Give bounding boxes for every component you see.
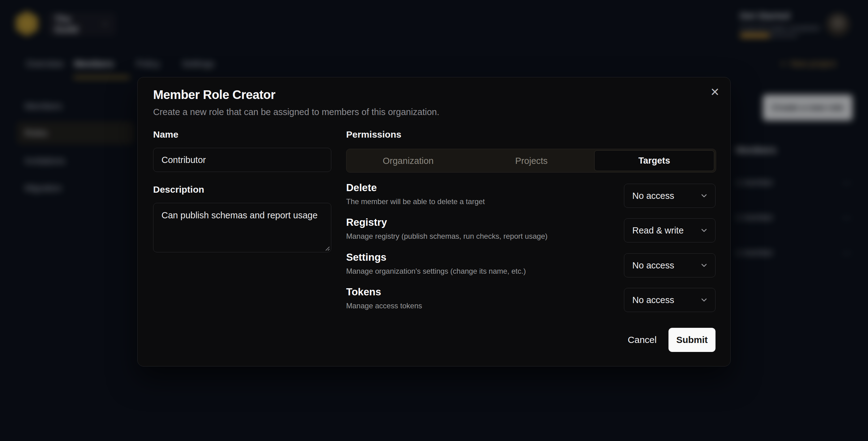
tab-projects[interactable]: Projects — [470, 149, 593, 173]
dialog-subtitle: Create a new role that can be assigned t… — [153, 107, 439, 117]
permission-select-delete-value: No access — [632, 191, 674, 201]
chevron-down-icon — [700, 191, 708, 200]
permission-select-tokens[interactable]: No access — [624, 288, 715, 312]
permissions-tablist: Organization Projects Targets — [346, 149, 716, 172]
permission-title-tokens: Tokens — [346, 286, 381, 298]
chevron-down-icon — [700, 261, 708, 270]
dialog-title: Member Role Creator — [153, 88, 275, 102]
permission-select-settings-value: No access — [632, 260, 674, 271]
permission-desc-delete: The member will be able to delete a targ… — [346, 197, 485, 206]
permissions-label: Permissions — [346, 129, 401, 140]
permission-desc-tokens: Manage access tokens — [346, 302, 422, 310]
permission-title-registry: Registry — [346, 217, 387, 228]
cancel-button[interactable]: Cancel — [619, 328, 665, 351]
tab-organization[interactable]: Organization — [346, 149, 470, 173]
permission-title-settings: Settings — [346, 251, 386, 263]
name-input[interactable] — [153, 148, 331, 172]
permission-select-registry[interactable]: Read & write — [624, 218, 715, 243]
permission-desc-registry: Manage registry (publish schemas, run ch… — [346, 232, 548, 241]
description-label: Description — [153, 184, 204, 195]
permission-title-delete: Delete — [346, 182, 377, 194]
permission-desc-settings: Manage organization's settings (change i… — [346, 267, 526, 276]
permission-select-settings[interactable]: No access — [624, 253, 715, 277]
chevron-down-icon — [700, 296, 708, 304]
resize-handle-icon[interactable] — [323, 244, 330, 251]
submit-button[interactable]: Submit — [669, 328, 715, 352]
name-label: Name — [153, 129, 179, 140]
app-root: The Guild Get Started 3 out of 5 tasks c… — [0, 0, 868, 441]
permission-select-tokens-value: No access — [632, 295, 674, 305]
permission-select-registry-value: Read & write — [632, 225, 684, 235]
permission-select-delete[interactable]: No access — [624, 184, 715, 208]
member-role-creator-dialog: ✕ Member Role Creator Create a new role … — [137, 77, 731, 367]
close-icon[interactable]: ✕ — [706, 84, 723, 101]
description-textarea[interactable]: Can publish schemas and report usage — [153, 203, 331, 252]
tab-targets[interactable]: Targets — [594, 150, 714, 171]
chevron-down-icon — [700, 226, 708, 235]
